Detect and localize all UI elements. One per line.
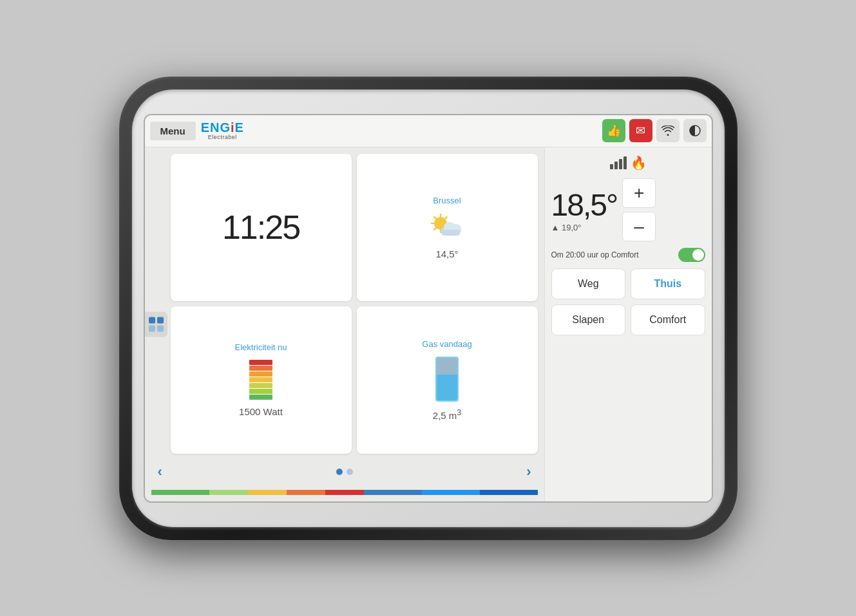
hbar-1 [610, 164, 613, 169]
electricity-tile: Elektriciteit nu 1500 Watt [171, 306, 352, 454]
mail-button[interactable]: ✉ [629, 119, 652, 142]
temp-main-area: 18,5° ▲ 19,0° [551, 187, 618, 232]
main-area: 11:25 Brussel [145, 147, 712, 501]
mode-comfort-button[interactable]: Comfort [631, 304, 705, 335]
electrabel-text: Electrabel [208, 135, 237, 140]
page-dots [336, 469, 353, 475]
clock-tile: 11:25 [171, 154, 352, 301]
color-bar [151, 490, 538, 495]
weather-city: Brussel [433, 196, 461, 205]
mode-grid: Weg Thuis Slapen Comfort [551, 268, 705, 335]
bar-yellow [249, 377, 272, 382]
menu-button[interactable]: Menu [150, 122, 196, 140]
bar-yellow-green [249, 383, 272, 388]
electricity-value: 1500 Watt [239, 406, 283, 417]
logo-char: N [210, 120, 220, 135]
heating-bars [610, 156, 627, 169]
contrast-button[interactable] [683, 119, 707, 142]
gas-bar-top [437, 358, 457, 375]
hbar-4 [623, 156, 627, 169]
schedule-text: Om 20:00 uur op Comfort [551, 250, 639, 259]
logo-char: E [235, 120, 244, 135]
engie-logo: ENGiE Electrabel [201, 121, 244, 140]
bar-orange-dark [249, 366, 272, 371]
flame-icon: 🔥 [631, 155, 647, 171]
gas-bar-bottom [437, 375, 457, 400]
bar-red [249, 360, 272, 365]
logo-char: E [201, 120, 210, 135]
prev-arrow[interactable]: ‹ [158, 463, 162, 480]
header-icons: 👍 ✉ [602, 119, 707, 142]
gas-tile: Gas vandaag 2,5 m3 [357, 306, 538, 454]
next-arrow[interactable]: › [526, 463, 531, 480]
temp-row: 18,5° ▲ 19,0° + – [551, 178, 705, 241]
device-outer: Menu ENGiE Electrabel 👍 ✉ [119, 77, 737, 540]
temp-setpoint: ▲ 19,0° [551, 223, 618, 232]
nav-dot [157, 325, 164, 331]
logo-char: G [220, 120, 231, 135]
temp-minus-button[interactable]: – [622, 212, 656, 241]
schedule-toggle[interactable] [678, 248, 705, 262]
weather-icon [426, 212, 468, 246]
side-nav[interactable] [145, 312, 167, 337]
mode-slapen-button[interactable]: Slapen [551, 304, 626, 335]
header: Menu ENGiE Electrabel 👍 ✉ [145, 115, 712, 147]
hbar-3 [619, 159, 622, 169]
hbar-2 [614, 162, 618, 169]
svg-line-8 [434, 228, 436, 230]
heating-header: 🔥 [551, 155, 705, 171]
nav-dot [149, 325, 155, 331]
mode-weg-button[interactable]: Weg [551, 268, 626, 299]
weather-tile: Brussel [357, 154, 538, 301]
svg-line-6 [434, 217, 436, 219]
device-inner: Menu ENGiE Electrabel 👍 ✉ [132, 89, 725, 527]
gas-label: Gas vandaag [422, 339, 471, 349]
nav-dot [149, 317, 155, 323]
schedule-row: Om 20:00 uur op Comfort [551, 248, 705, 262]
svg-rect-14 [442, 230, 460, 236]
pagination: ‹ › [151, 459, 538, 485]
left-panel: 11:25 Brussel [145, 147, 544, 501]
bar-green [249, 395, 272, 400]
temp-controls: + – [622, 178, 656, 241]
tiles-grid: 11:25 Brussel [171, 154, 538, 454]
clock-display: 11:25 [222, 208, 300, 247]
page-dot-2[interactable] [347, 469, 353, 475]
thumbs-up-button[interactable]: 👍 [602, 119, 625, 142]
nav-dots-grid [149, 317, 164, 331]
gas-bar [435, 357, 459, 402]
right-panel: 🔥 18,5° ▲ 19,0° + – [544, 147, 712, 501]
energy-bar [249, 360, 272, 400]
nav-dot [157, 317, 164, 323]
electricity-label: Elektriciteit nu [235, 342, 287, 352]
bar-orange [249, 371, 272, 377]
bar-light-green [249, 389, 272, 394]
current-temp: 18,5° [551, 187, 618, 223]
svg-line-9 [445, 217, 447, 219]
gas-value: 2,5 m3 [433, 408, 461, 421]
screen: Menu ENGiE Electrabel 👍 ✉ [145, 115, 712, 501]
wifi-button[interactable] [656, 119, 680, 142]
temp-plus-button[interactable]: + [622, 178, 656, 208]
mode-thuis-button[interactable]: Thuis [631, 268, 705, 299]
weather-temp: 14,5° [435, 248, 458, 259]
engie-text: ENGiE [201, 121, 244, 134]
page-dot-1[interactable] [336, 469, 343, 475]
logo-area: ENGiE Electrabel [201, 121, 602, 140]
